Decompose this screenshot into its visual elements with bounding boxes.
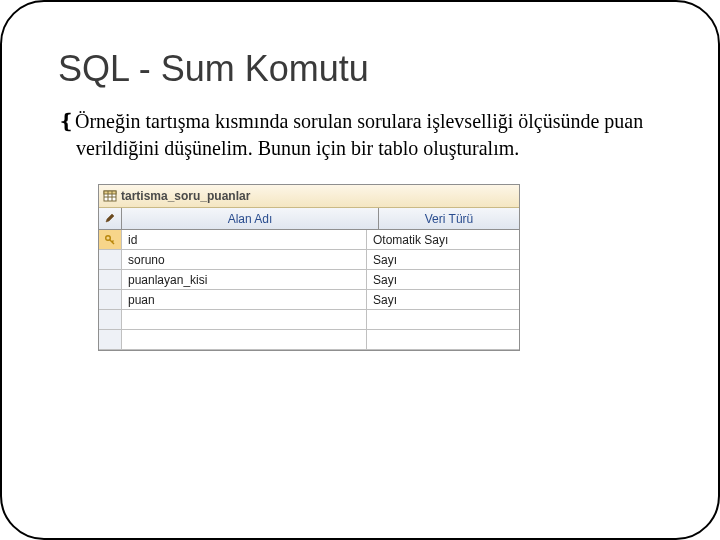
- slide-title: SQL - Sum Komutu: [58, 48, 662, 90]
- row-selector[interactable]: [99, 330, 122, 350]
- field-name-cell[interactable]: [122, 330, 367, 350]
- data-type-cell[interactable]: Sayı: [367, 250, 519, 270]
- bullet-glyph: ❴: [58, 110, 75, 132]
- primary-key-icon: [104, 234, 116, 246]
- paragraph-text: Örneğin tartışma kısmında sorulan sorula…: [75, 110, 643, 159]
- data-type-cell[interactable]: Otomatik Sayı: [367, 230, 519, 250]
- object-tab[interactable]: tartisma_soru_puanlar: [99, 185, 519, 208]
- row-selector-header[interactable]: [99, 208, 122, 230]
- row-selector[interactable]: [99, 310, 122, 330]
- col-header-data-type[interactable]: Veri Türü: [379, 208, 519, 230]
- data-type-cell[interactable]: Sayı: [367, 270, 519, 290]
- field-name-cell[interactable]: id: [122, 230, 367, 250]
- field-name-cell[interactable]: puan: [122, 290, 367, 310]
- row-selector[interactable]: [99, 250, 122, 270]
- table-designer: tartisma_soru_puanlar Alan Adı Veri Türü…: [98, 184, 520, 351]
- table-icon: [103, 189, 117, 203]
- slide-frame: SQL - Sum Komutu ❴Örneğin tartışma kısmı…: [0, 0, 720, 540]
- field-name-cell[interactable]: [122, 310, 367, 330]
- svg-line-7: [112, 240, 114, 242]
- data-type-cell[interactable]: [367, 330, 519, 350]
- row-selector[interactable]: [99, 290, 122, 310]
- object-tab-label: tartisma_soru_puanlar: [121, 189, 250, 203]
- designer-row[interactable]: [99, 330, 519, 350]
- svg-rect-1: [104, 191, 116, 194]
- field-name-cell[interactable]: puanlayan_kisi: [122, 270, 367, 290]
- row-selector[interactable]: [99, 270, 122, 290]
- field-name-cell[interactable]: soruno: [122, 250, 367, 270]
- data-type-cell[interactable]: [367, 310, 519, 330]
- designer-row[interactable]: idOtomatik Sayı: [99, 230, 519, 250]
- pencil-icon: [105, 213, 115, 225]
- slide-paragraph: ❴Örneğin tartışma kısmında sorulan sorul…: [58, 108, 662, 162]
- designer-row[interactable]: puanlayan_kisiSayı: [99, 270, 519, 290]
- data-type-cell[interactable]: Sayı: [367, 290, 519, 310]
- designer-row[interactable]: sorunoSayı: [99, 250, 519, 270]
- designer-header-row: Alan Adı Veri Türü: [99, 208, 519, 230]
- designer-row[interactable]: puanSayı: [99, 290, 519, 310]
- col-header-field-name[interactable]: Alan Adı: [122, 208, 379, 230]
- designer-rows: idOtomatik SayısorunoSayıpuanlayan_kisiS…: [99, 230, 519, 350]
- designer-row[interactable]: [99, 310, 519, 330]
- row-selector[interactable]: [99, 230, 122, 250]
